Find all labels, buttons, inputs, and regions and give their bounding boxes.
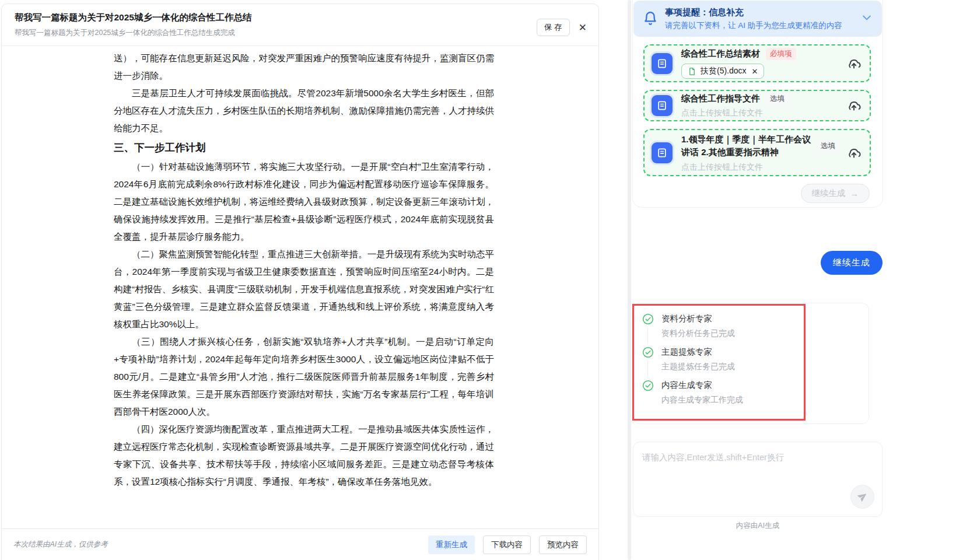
save-button[interactable]: 保 存 bbox=[537, 19, 570, 36]
download-content-button[interactable]: 下载内容 bbox=[483, 536, 531, 554]
upload-icon[interactable] bbox=[846, 145, 862, 160]
upload-card-title: 1.领导年度｜季度｜半年工作会议讲话 2.其他重要指示精神 bbox=[681, 133, 811, 159]
expert-status: 内容生成专家工作完成 bbox=[661, 395, 869, 405]
chat-input[interactable] bbox=[633, 442, 882, 516]
remove-file-icon[interactable]: ✕ bbox=[752, 67, 758, 76]
upload-icon[interactable] bbox=[846, 98, 862, 113]
upload-hint-text: 点击上传按钮上传文件 bbox=[681, 162, 839, 173]
doc-paragraph: （一）针对基础设施薄弱环节，将实施三大攻坚行动。一是开展“空白村”卫生室清零行动… bbox=[114, 158, 494, 246]
file-icon bbox=[688, 67, 696, 76]
upload-icon[interactable] bbox=[846, 56, 862, 71]
upload-card-title: 综合性工作指导文件 bbox=[681, 93, 760, 104]
send-button[interactable] bbox=[850, 485, 874, 509]
continue-generate-pill-disabled[interactable]: 继续生成 → bbox=[801, 184, 870, 203]
document-panel: 帮我写一篇标题为关于对2025城乡一体化的综合性工作总结 帮我写一篇标题为关于对… bbox=[1, 4, 599, 560]
reminder-banner: 事项提醒：信息补充 请完善以下资料，让 AI 助手为您生成更精准的内容 bbox=[633, 1, 882, 37]
ai-disclaimer: 本次结果由AI生成，仅供参考 bbox=[13, 540, 108, 550]
page-title: 帮我写一篇标题为关于对2025城乡一体化的综合性工作总结 bbox=[15, 12, 586, 24]
check-circle-icon bbox=[642, 380, 654, 391]
document-icon bbox=[652, 95, 673, 116]
close-icon[interactable]: ✕ bbox=[579, 23, 587, 33]
expert-step: 资料分析专家 资料分析任务已完成 bbox=[642, 313, 869, 339]
doc-paragraph: （二）聚焦监测预警智能化转型，重点推进三大创新举措。一是升级现有系统为实时动态平… bbox=[114, 246, 494, 333]
doc-section-heading: 三、下一步工作计划 bbox=[114, 139, 494, 156]
scrollbar[interactable] bbox=[628, 0, 631, 560]
required-badge: 必填项 bbox=[766, 48, 796, 60]
banner-subtitle: 请完善以下资料，让 AI 助手为您生成更精准的内容 bbox=[665, 20, 854, 31]
optional-badge: 选填 bbox=[766, 93, 789, 105]
pill-label: 继续生成 bbox=[812, 188, 846, 199]
footer-actions: 重新生成 下载内容 预览内容 bbox=[428, 536, 587, 554]
expert-step: 主题提炼专家 主题提炼任务已完成 bbox=[642, 346, 869, 372]
upload-card-title: 综合性工作总结素材 bbox=[681, 48, 760, 60]
upload-card-leader-speeches[interactable]: 1.领导年度｜季度｜半年工作会议讲话 2.其他重要指示精神 选填 点击上传按钮上… bbox=[643, 129, 871, 176]
generation-status-text: 帮我写一篇标题为关于对2025城乡一体化的综合性工作总结生成完成 bbox=[15, 28, 586, 38]
document-icon bbox=[652, 53, 673, 74]
paper-plane-icon bbox=[855, 489, 871, 505]
upload-card-body: 1.领导年度｜季度｜半年工作会议讲话 2.其他重要指示精神 选填 点击上传按钮上… bbox=[681, 133, 839, 173]
upload-card-body: 综合性工作总结素材 必填项 扶贫(5).docx ✕ bbox=[681, 48, 839, 79]
chevron-down-icon[interactable] bbox=[861, 12, 873, 26]
app-root: 帮我写一篇标题为关于对2025城乡一体化的综合性工作总结 帮我写一篇标题为关于对… bbox=[0, 0, 963, 560]
info-supplement-card: 事项提醒：信息补充 请完善以下资料，让 AI 助手为您生成更精准的内容 综合性工… bbox=[632, 0, 883, 208]
ai-generated-note: 内容由AI生成 bbox=[632, 521, 883, 531]
expert-name: 主题提炼专家 bbox=[661, 346, 869, 358]
optional-badge: 选填 bbox=[817, 140, 839, 152]
expert-name: 资料分析专家 bbox=[661, 313, 869, 324]
assistant-panel: 事项提醒：信息补充 请完善以下资料，让 AI 助手为您生成更精准的内容 综合性工… bbox=[632, 0, 883, 560]
check-circle-icon bbox=[642, 346, 654, 358]
preview-content-button[interactable]: 预览内容 bbox=[539, 536, 587, 554]
arrow-right-icon: → bbox=[850, 189, 859, 198]
header-actions: 保 存 ✕ bbox=[537, 19, 587, 36]
doc-paragraph: （三）围绕人才振兴核心任务，创新实施“双轨培养+人才共享”机制。一是启动“订单定… bbox=[114, 333, 494, 421]
banner-text: 事项提醒：信息补充 请完善以下资料，让 AI 助手为您生成更精准的内容 bbox=[665, 7, 854, 31]
upload-card-body: 综合性工作指导文件 选填 点击上传按钮上传文件 bbox=[681, 93, 839, 118]
document-footer: 本次结果由AI生成，仅供参考 重新生成 下载内容 预览内容 bbox=[2, 528, 598, 560]
expert-name: 内容生成专家 bbox=[661, 380, 869, 391]
upload-card-guidance-file[interactable]: 综合性工作指导文件 选填 点击上传按钮上传文件 bbox=[643, 90, 871, 121]
upload-card-summary-material[interactable]: 综合性工作总结素材 必填项 扶贫(5).docx ✕ bbox=[643, 44, 871, 82]
document-content[interactable]: 送），可能存在信息更新延迟风险，对突发严重困难户的预警响应速度有待提升，监测盲区… bbox=[114, 47, 494, 528]
expert-status: 主题提炼任务已完成 bbox=[661, 362, 869, 372]
expert-status: 资料分析任务已完成 bbox=[661, 328, 869, 339]
document-icon bbox=[652, 142, 673, 163]
chat-input-card bbox=[633, 442, 883, 517]
document-header: 帮我写一篇标题为关于对2025城乡一体化的综合性工作总结 帮我写一篇标题为关于对… bbox=[2, 4, 598, 46]
upload-hint-text: 点击上传按钮上传文件 bbox=[681, 108, 839, 118]
expert-step: 内容生成专家 内容生成专家工作完成 bbox=[642, 380, 869, 405]
file-name: 扶贫(5).docx bbox=[701, 66, 747, 76]
doc-paragraph: 送），可能存在信息更新延迟风险，对突发严重困难户的预警响应速度有待提升，监测盲区… bbox=[114, 50, 494, 85]
banner-title: 事项提醒：信息补充 bbox=[665, 7, 854, 18]
doc-paragraph: （四）深化医疗资源均衡配置改革，重点推进两大工程。一是推动县域医共体实质性运作，… bbox=[114, 421, 494, 491]
check-circle-icon bbox=[642, 313, 654, 325]
continue-generate-button[interactable]: 继续生成 bbox=[821, 251, 883, 275]
uploaded-file-chip[interactable]: 扶贫(5).docx ✕ bbox=[681, 64, 764, 79]
doc-paragraph: 三是基层卫生人才可持续发展面临挑战。尽管2023年新增5000余名大学生乡村医生… bbox=[114, 85, 494, 137]
experts-progress-card: 资料分析专家 资料分析任务已完成 主题提炼专家 主题提炼任务已完成 内容生成专家… bbox=[633, 303, 869, 424]
regenerate-button[interactable]: 重新生成 bbox=[428, 536, 475, 554]
bell-icon bbox=[643, 11, 658, 26]
